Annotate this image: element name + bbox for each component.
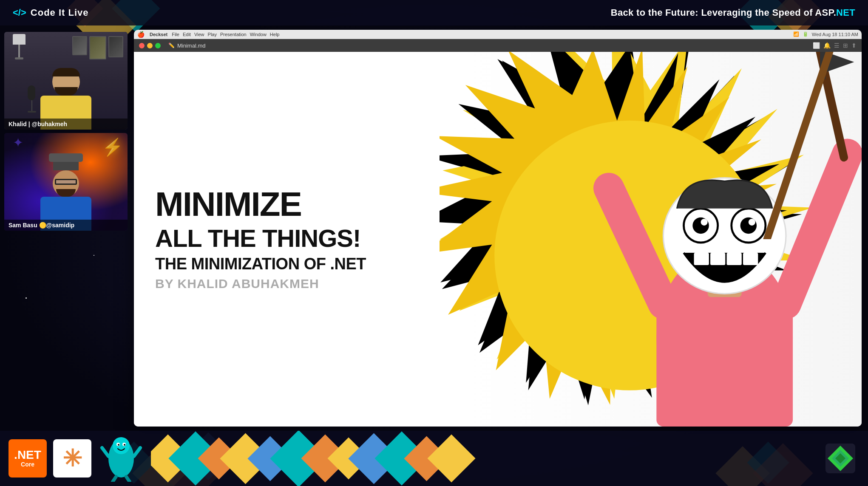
share-icon[interactable]: ⬆: [851, 42, 857, 49]
dotnet-text: .NET: [14, 449, 41, 461]
svg-marker-11: [825, 52, 854, 72]
svg-line-8: [786, 154, 847, 304]
logo-text: Code It Live: [31, 7, 89, 18]
beard-sam: [56, 189, 76, 197]
svg-point-30: [124, 444, 125, 446]
presentation-area: 🍎 Deckset File Edit View Play Presentati…: [132, 25, 868, 431]
header-title: Back to the Future: Leveraging the Speed…: [611, 7, 855, 18]
svg-rect-23: [743, 253, 758, 265]
footer-mascot-svg: [100, 435, 142, 482]
slide-text-area: MINIMIZE ALL THE THINGS! THE MINIMIZATIO…: [134, 170, 498, 308]
footer-right-logo: [821, 439, 859, 478]
person2-scene: ⚡ ✦: [4, 133, 128, 231]
head-sam: [53, 170, 79, 197]
svg-point-29: [118, 444, 119, 446]
khalid-label: Khalid | @buhakmeh: [4, 119, 128, 130]
wall-art: [72, 36, 123, 59]
lamp-pole: [18, 45, 20, 57]
mac-titlebar: ✏️ Minimal.md ⬜ 🔔 ☰ ⊞ ⬆: [134, 39, 862, 52]
list-icon[interactable]: ☰: [834, 42, 840, 49]
svg-line-7: [609, 188, 663, 304]
window-title-area: ✏️ Minimal.md: [168, 42, 205, 49]
dotnet-badge: .NET Core: [9, 439, 47, 478]
grid-icon[interactable]: ⊞: [843, 42, 848, 49]
art-frame-3: [108, 36, 123, 57]
asterisk-badge: ✳: [53, 439, 91, 478]
webcam-sam: ⚡ ✦ Sam Bas: [4, 133, 128, 231]
hat-brim: [49, 153, 83, 162]
slide-content: MINIMIZE ALL THE THINGS! THE MINIMIZATIO…: [134, 52, 862, 427]
menu-help[interactable]: Help: [270, 32, 280, 37]
bell-icon[interactable]: 🔔: [823, 42, 831, 49]
menu-play[interactable]: Play: [208, 32, 217, 37]
svg-point-19: [748, 219, 755, 226]
window-filename: Minimal.md: [177, 42, 205, 49]
window-minimize-button[interactable]: [147, 43, 153, 48]
slide-line3: THE MINIMIZATION OF .NET: [155, 255, 477, 273]
mac-system-menubar: 🍎 Deckset File Edit View Play Presentati…: [134, 30, 862, 39]
battery-icon: 🔋: [803, 31, 808, 37]
lamp-shade: [13, 34, 26, 45]
slide-line2: ALL THE THINGS!: [155, 225, 477, 252]
beard: [54, 87, 78, 96]
lamp-base: [15, 57, 23, 59]
menu-view[interactable]: View: [194, 32, 204, 37]
svg-line-31: [102, 448, 108, 456]
slide-meme-area: [440, 52, 862, 427]
menu-window[interactable]: Window: [250, 32, 267, 37]
slide-line4: BY KHALID ABUHAKMEH: [155, 277, 477, 291]
file-pencil-icon: ✏️: [168, 42, 175, 48]
logo-brackets-icon: </>: [13, 7, 26, 18]
svg-rect-10: [820, 52, 825, 79]
svg-rect-20: [694, 253, 709, 265]
system-datetime: Wed Aug 18 11:10 AM: [812, 32, 858, 37]
menu-edit[interactable]: Edit: [183, 32, 191, 37]
menu-presentation[interactable]: Presentation: [220, 32, 247, 37]
hair: [52, 68, 80, 76]
person-sam-figure: [28, 149, 104, 231]
menu-file[interactable]: File: [172, 32, 179, 37]
dotnet-sub: Core: [21, 461, 34, 468]
sam-label: Sam Basu 🟡@samidip: [4, 220, 128, 231]
art-frame-1: [72, 36, 87, 55]
svg-point-18: [701, 219, 707, 226]
titlebar-right-controls: ⬜ 🔔 ☰ ⊞ ⬆: [813, 42, 857, 49]
footer-character: [98, 435, 145, 482]
app-name-deckset[interactable]: Deckset: [150, 32, 167, 37]
footer-diamond-12: [427, 434, 475, 482]
footer-diamond-decorations: [151, 431, 815, 486]
asterisk-symbol: ✳: [62, 447, 82, 470]
present-icon[interactable]: ⬜: [813, 42, 820, 49]
window-close-button[interactable]: [139, 43, 145, 48]
head: [52, 68, 80, 96]
svg-rect-21: [710, 253, 725, 265]
window-maximize-button[interactable]: [155, 43, 161, 48]
logo-area: </> Code It Live: [13, 7, 89, 18]
apple-logo-icon: 🍎: [137, 31, 145, 38]
mac-window[interactable]: 🍎 Deckset File Edit View Play Presentati…: [134, 30, 862, 427]
svg-line-33: [113, 477, 116, 482]
svg-point-26: [113, 437, 130, 454]
person1-scene: [4, 32, 128, 130]
lightning-decoration: ⚡: [102, 137, 123, 157]
lamp: [11, 34, 28, 59]
svg-line-32: [134, 448, 140, 456]
main-content: Khalid | @buhakmeh ⚡ ✦: [0, 25, 868, 431]
slide-line1: MINIMIZE: [155, 187, 477, 221]
art-frame-2: [89, 36, 106, 59]
bottom-footer: .NET Core ✳: [0, 431, 868, 486]
star-decoration: ✦: [13, 135, 23, 150]
svg-line-34: [126, 477, 130, 482]
green-logo-svg: [823, 441, 857, 475]
meme-character-svg: [587, 52, 862, 427]
top-header: </> Code It Live Back to the Future: Lev…: [0, 0, 868, 25]
sys-status-icons: 📶 🔋 Wed Aug 18 11:10 AM: [793, 31, 858, 37]
webcam-khalid: Khalid | @buhakmeh: [4, 32, 128, 130]
svg-rect-22: [726, 253, 741, 265]
wifi-icon: 📶: [793, 31, 799, 37]
glasses: [55, 179, 77, 185]
sidebar: Khalid | @buhakmeh ⚡ ✦: [0, 25, 132, 431]
